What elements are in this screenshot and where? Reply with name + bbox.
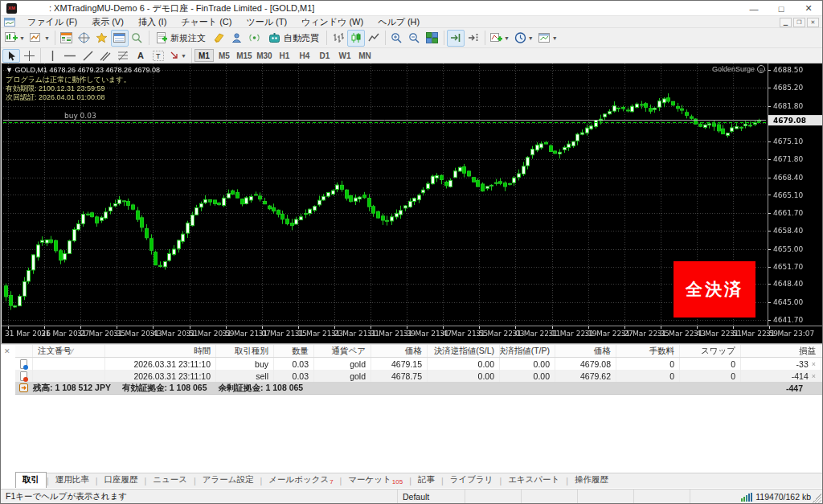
resize-grip[interactable] <box>812 494 821 503</box>
indicators-button[interactable]: ▼ <box>488 30 512 47</box>
fibonacci-tool-button[interactable] <box>114 49 132 63</box>
community-button[interactable] <box>228 30 246 47</box>
channel-tool-button[interactable] <box>96 49 114 63</box>
status-bar: F1キーでヘルプが表示されます Default 119470/162 kb <box>1 489 822 504</box>
terminal-tab-4[interactable]: アラーム設定 <box>196 473 260 488</box>
menu-item[interactable]: チャート (C) <box>174 16 239 28</box>
timeframe-w1-button[interactable]: W1 <box>335 49 354 62</box>
terminal-close-icon[interactable]: ✕ <box>4 347 10 355</box>
sort-indicator-icon: ∕ <box>72 346 73 356</box>
menu-item[interactable]: ツール (T) <box>239 16 294 28</box>
vertical-line-tool-button[interactable] <box>43 49 61 63</box>
collapse-arrow-icon[interactable]: ▼ <box>6 66 14 74</box>
column-header[interactable]: 決済逆指値(S/L) <box>434 346 494 357</box>
ea-smiley-icon[interactable]: ☺ <box>757 65 765 73</box>
navigator-button[interactable] <box>93 30 111 47</box>
column-header[interactable]: スワップ <box>701 346 735 357</box>
bar-chart-type-button[interactable] <box>330 30 347 47</box>
column-header[interactable]: 数量 <box>292 346 309 357</box>
column-header[interactable]: 取引種別 <box>235 346 268 357</box>
zoom-out-button[interactable] <box>406 30 424 47</box>
connection-bars-icon <box>741 493 752 502</box>
mdi-restore-button[interactable]: ❐ <box>793 18 805 27</box>
line-chart-type-button[interactable] <box>365 30 383 47</box>
timeframe-m1-button[interactable]: M1 <box>194 49 214 62</box>
column-header[interactable]: 価格 <box>405 346 422 357</box>
strategy-tester-button[interactable] <box>129 30 146 47</box>
profiles-button[interactable]: ▼ <box>27 30 52 47</box>
order-row[interactable]: 2026.03.31 23:11:10sell0.03gold4678.750.… <box>15 370 822 382</box>
column-header[interactable]: 価格 <box>594 346 611 357</box>
terminal-tab-3[interactable]: ニュース <box>146 473 194 488</box>
horizontal-line-tool-button[interactable] <box>61 49 79 63</box>
metaeditor-button[interactable] <box>211 30 228 47</box>
menu-item[interactable]: 表示 (V) <box>84 16 131 28</box>
cursor-tool-button[interactable] <box>2 49 20 63</box>
column-header[interactable]: 決済指値(T/P) <box>500 346 550 357</box>
terminal-tab-1[interactable]: 運用比率 <box>49 473 96 488</box>
new-order-button[interactable]: 新規注文 <box>152 30 211 47</box>
column-header[interactable]: 時間 <box>194 346 211 357</box>
timeframe-d1-button[interactable]: D1 <box>315 49 334 62</box>
data-window-button[interactable] <box>76 30 93 47</box>
timeframe-mn-button[interactable]: MN <box>355 49 375 62</box>
timeframe-h1-button[interactable]: H1 <box>275 49 294 62</box>
order-row[interactable]: 2026.03.31 23:11:10buy0.03gold4679.150.0… <box>15 358 822 370</box>
candlestick-chart-type-button[interactable] <box>347 30 365 47</box>
chevron-down-icon: ▼ <box>504 35 510 41</box>
timeframe-m15-button[interactable]: M15 <box>235 49 254 62</box>
templates-button[interactable]: ▼ <box>536 30 560 47</box>
maximize-button[interactable]: □ <box>768 1 795 16</box>
terminal-tabs: 取引|運用比率|口座履歴|ニュース|アラーム設定|メールボックス7|マーケット1… <box>15 473 822 488</box>
terminal-tab-6[interactable]: マーケット105 <box>342 473 409 488</box>
menu-item[interactable]: ヘルプ (H) <box>371 16 427 28</box>
terminal-panel-button[interactable] <box>111 30 129 47</box>
terminal-tab-7[interactable]: 記事 <box>412 473 441 488</box>
column-header[interactable]: 手数料 <box>649 346 675 357</box>
menu-item[interactable]: ウィンドウ (W) <box>294 16 371 28</box>
terminal-tab-9[interactable]: エキスパート <box>502 473 566 488</box>
terminal-tab-2[interactable]: 口座履歴 <box>97 473 144 488</box>
close-all-button[interactable]: 全決済 <box>674 261 755 318</box>
new-chart-button[interactable]: ▼ <box>2 30 27 47</box>
close-button[interactable]: ✕ <box>795 1 822 16</box>
timeframe-h4-button[interactable]: H4 <box>295 49 314 62</box>
status-help-text: F1キーでヘルプが表示されます <box>1 490 398 504</box>
close-position-icon[interactable]: × <box>812 360 816 368</box>
timeframe-m30-button[interactable]: M30 <box>255 49 274 62</box>
crosshair-tool-button[interactable] <box>20 49 38 63</box>
minimize-button[interactable]: — <box>740 1 768 16</box>
balance-row: ➜残高: 1 108 512 JPY有効証拠金: 1 108 065余剰証拠金:… <box>15 382 822 395</box>
line-studies-toolbar: A T ▼ M1M5M15M30H1H4D1W1MN <box>1 48 822 64</box>
periods-button[interactable]: ▼ <box>512 30 536 47</box>
mdi-close-button[interactable]: ✕ <box>807 18 819 27</box>
terminal-tab-trade[interactable]: 取引 <box>15 472 47 488</box>
menu-item[interactable]: 挿入 (I) <box>131 16 174 28</box>
terminal-tab-5[interactable]: メールボックス7 <box>262 473 339 488</box>
autotrading-button[interactable]: 自動売買 <box>264 30 324 47</box>
application-window: XM : XMTradingMU-Demo 6 - デモ口座 - FinTrad… <box>0 0 823 504</box>
ea-comment-text: プログラムは正常に動作しています。 有効期限: 2100.12.31 23:59… <box>6 76 131 102</box>
status-cell <box>465 490 522 504</box>
trendline-tool-button[interactable] <box>79 49 96 63</box>
zoom-in-button[interactable] <box>388 30 406 47</box>
mdi-minimize-button[interactable]: ▁ <box>780 18 792 27</box>
signals-button[interactable] <box>246 30 264 47</box>
close-position-icon[interactable]: × <box>812 372 816 380</box>
tile-windows-button[interactable] <box>424 30 441 47</box>
text-tool-button[interactable]: A <box>132 49 149 63</box>
status-profile[interactable]: Default <box>398 490 465 504</box>
market-watch-button[interactable] <box>58 30 76 47</box>
auto-scroll-button[interactable] <box>447 30 465 47</box>
terminal-tab-8[interactable]: ライブラリ <box>444 473 500 488</box>
column-header[interactable]: 損益 <box>799 346 816 357</box>
timeframe-m5-button[interactable]: M5 <box>215 49 234 62</box>
column-header[interactable]: 注文番号 <box>38 346 72 357</box>
menu-item[interactable]: ファイル (F) <box>20 16 84 28</box>
chart-shift-button[interactable] <box>465 30 482 47</box>
terminal-tab-10[interactable]: 操作履歴 <box>568 473 615 488</box>
menu-items: ファイル (F)表示 (V)挿入 (I)チャート (C)ツール (T)ウィンドウ… <box>20 16 427 28</box>
label-tool-button[interactable]: T <box>149 49 167 63</box>
arrows-tool-button[interactable]: ▼ <box>167 49 189 63</box>
column-header[interactable]: 通貨ペア <box>332 346 366 357</box>
